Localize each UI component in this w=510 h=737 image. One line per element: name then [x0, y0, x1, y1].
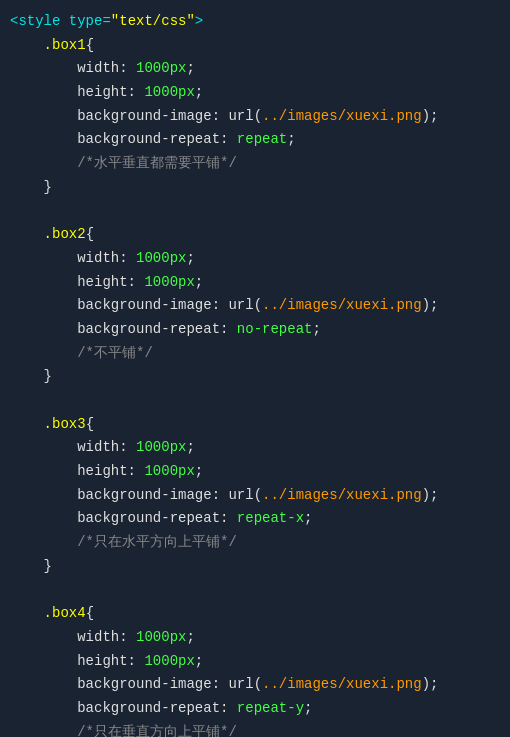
- code-token: 1000px: [144, 272, 194, 294]
- code-token: .box2: [10, 224, 86, 246]
- code-line: [0, 579, 510, 603]
- code-token: ;: [304, 508, 312, 530]
- code-token: background-image: url(: [10, 674, 262, 696]
- code-line: height: 1000px;: [0, 460, 510, 484]
- code-line: background-repeat: repeat-x;: [0, 507, 510, 531]
- code-editor: <style type="text/css"> .box1{ width: 10…: [0, 0, 510, 737]
- code-line: width: 1000px;: [0, 57, 510, 81]
- code-token: background-image: url(: [10, 106, 262, 128]
- code-token: background-repeat:: [10, 129, 237, 151]
- code-token: ;: [195, 461, 203, 483]
- code-token: background-repeat:: [10, 698, 237, 720]
- code-line: width: 1000px;: [0, 626, 510, 650]
- code-token: height:: [10, 461, 144, 483]
- code-line: background-image: url(../images/xuexi.pn…: [0, 294, 510, 318]
- code-token: ;: [186, 437, 194, 459]
- code-token: );: [422, 106, 439, 128]
- code-token: height:: [10, 272, 144, 294]
- code-token: );: [422, 674, 439, 696]
- code-token: background-image: url(: [10, 485, 262, 507]
- code-token: width:: [10, 248, 136, 270]
- code-line: }: [0, 555, 510, 579]
- code-token: );: [422, 295, 439, 317]
- code-line: background-repeat: repeat;: [0, 128, 510, 152]
- code-token: 1000px: [136, 437, 186, 459]
- code-line: background-repeat: no-repeat;: [0, 318, 510, 342]
- code-token: ;: [195, 272, 203, 294]
- code-token: );: [422, 485, 439, 507]
- code-line: /*只在水平方向上平铺*/: [0, 531, 510, 555]
- code-token: }: [10, 556, 52, 578]
- code-token: ;: [195, 651, 203, 673]
- code-token: .box1: [10, 35, 86, 57]
- code-token: .box3: [10, 414, 86, 436]
- code-token: 1000px: [144, 82, 194, 104]
- code-token: ;: [287, 129, 295, 151]
- code-token: background-repeat:: [10, 508, 237, 530]
- code-line: height: 1000px;: [0, 81, 510, 105]
- code-token: .box4: [10, 603, 86, 625]
- code-token: height:: [10, 82, 144, 104]
- code-token: width:: [10, 58, 136, 80]
- code-line: height: 1000px;: [0, 271, 510, 295]
- code-token: repeat: [237, 129, 287, 151]
- code-line: /*不平铺*/: [0, 342, 510, 366]
- code-line: /*水平垂直都需要平铺*/: [0, 152, 510, 176]
- code-token: background-image: url(: [10, 295, 262, 317]
- code-lines: <style type="text/css"> .box1{ width: 10…: [0, 10, 510, 737]
- code-token: "text/css": [111, 11, 195, 33]
- code-token: no-repeat: [237, 319, 313, 341]
- code-token: ;: [312, 319, 320, 341]
- code-token: ../images/xuexi.png: [262, 485, 422, 507]
- code-token: ../images/xuexi.png: [262, 295, 422, 317]
- code-token: }: [10, 366, 52, 388]
- code-line: .box4{: [0, 602, 510, 626]
- code-token: {: [86, 603, 94, 625]
- code-line: /*只在垂直方向上平铺*/: [0, 721, 510, 737]
- code-token: 1000px: [136, 58, 186, 80]
- code-token: width:: [10, 627, 136, 649]
- code-token: 1000px: [144, 461, 194, 483]
- code-token: <style type=: [10, 11, 111, 33]
- code-token: ;: [186, 627, 194, 649]
- code-token: >: [195, 11, 203, 33]
- code-line: }: [0, 176, 510, 200]
- code-token: {: [86, 414, 94, 436]
- code-line: background-repeat: repeat-y;: [0, 697, 510, 721]
- code-line: .box2{: [0, 223, 510, 247]
- code-token: {: [86, 224, 94, 246]
- code-token: ;: [304, 698, 312, 720]
- code-token: height:: [10, 651, 144, 673]
- code-line: height: 1000px;: [0, 650, 510, 674]
- code-line: <style type="text/css">: [0, 10, 510, 34]
- code-token: /*只在水平方向上平铺*/: [10, 532, 237, 554]
- code-line: background-image: url(../images/xuexi.pn…: [0, 673, 510, 697]
- code-token: 1000px: [136, 248, 186, 270]
- code-token: 1000px: [136, 627, 186, 649]
- code-line: .box3{: [0, 413, 510, 437]
- code-token: repeat-y: [237, 698, 304, 720]
- code-token: /*只在垂直方向上平铺*/: [10, 722, 237, 737]
- code-token: ;: [186, 58, 194, 80]
- code-token: ../images/xuexi.png: [262, 106, 422, 128]
- code-token: /*不平铺*/: [10, 343, 153, 365]
- code-token: width:: [10, 437, 136, 459]
- code-token: }: [10, 177, 52, 199]
- code-line: .box1{: [0, 34, 510, 58]
- code-line: width: 1000px;: [0, 247, 510, 271]
- code-token: ;: [195, 82, 203, 104]
- code-line: background-image: url(../images/xuexi.pn…: [0, 105, 510, 129]
- code-token: background-repeat:: [10, 319, 237, 341]
- code-line: width: 1000px;: [0, 436, 510, 460]
- code-line: [0, 389, 510, 413]
- code-token: ../images/xuexi.png: [262, 674, 422, 696]
- code-token: ;: [186, 248, 194, 270]
- code-token: {: [86, 35, 94, 57]
- code-token: /*水平垂直都需要平铺*/: [10, 153, 237, 175]
- code-line: background-image: url(../images/xuexi.pn…: [0, 484, 510, 508]
- code-token: 1000px: [144, 651, 194, 673]
- code-token: repeat-x: [237, 508, 304, 530]
- code-line: }: [0, 365, 510, 389]
- code-line: [0, 200, 510, 224]
